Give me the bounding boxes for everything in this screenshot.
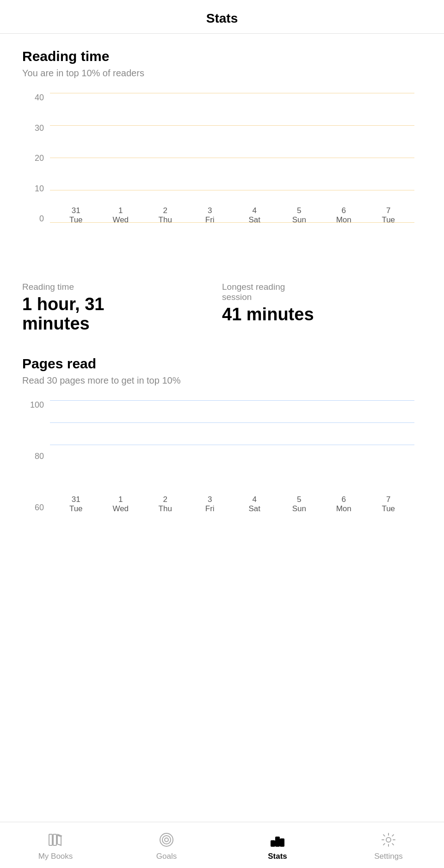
y-label-40: 40 xyxy=(22,93,48,102)
svg-point-11 xyxy=(386,837,391,842)
chart-y-axis: 0 10 20 30 40 xyxy=(22,93,48,223)
nav-item-my-books[interactable]: My Books xyxy=(0,830,111,861)
pages-x-31-tue: 31 Tue xyxy=(54,493,99,512)
x-label-7-tue: 7 Tue xyxy=(366,204,411,223)
my-books-label: My Books xyxy=(38,852,73,861)
nav-item-stats[interactable]: Stats xyxy=(222,830,333,861)
reading-time-subtitle: You are in top 10% of readers xyxy=(22,68,422,79)
pages-x-6-mon: 6 Mon xyxy=(321,493,366,512)
pages-read-subtitle: Read 30 pages more to get in top 10% xyxy=(22,375,422,386)
settings-label: Settings xyxy=(374,852,402,861)
pages-y-axis: 60 80 100 xyxy=(22,401,48,512)
page-title: Stats xyxy=(0,11,444,26)
reading-time-stat-value: 1 hour, 31 minutes xyxy=(22,295,222,334)
my-books-icon xyxy=(45,830,66,850)
y-label-0: 0 xyxy=(22,214,48,223)
longest-session-label: Longest reading session xyxy=(222,282,422,302)
page-header: Stats xyxy=(0,0,444,34)
nav-item-goals[interactable]: Goals xyxy=(111,830,222,861)
stats-label: Stats xyxy=(268,852,287,861)
longest-session-stat: Longest reading session 41 minutes xyxy=(222,282,422,334)
svg-rect-1 xyxy=(53,834,56,845)
pages-x-2-thu: 2 Thu xyxy=(143,493,188,512)
pages-read-title: Pages read xyxy=(22,356,422,372)
reading-time-stat-label: Reading time xyxy=(22,282,222,292)
x-label-1-wed: 1 Wed xyxy=(99,204,143,223)
bottom-navigation: My Books Goals Stats xyxy=(0,822,444,868)
chart-plot-area: 31 Tue 1 Wed 2 Thu 3 Fri 4 Sat xyxy=(50,93,414,223)
stats-summary: Reading time 1 hour, 31 minutes Longest … xyxy=(0,267,444,341)
svg-rect-0 xyxy=(49,834,52,845)
goals-icon xyxy=(156,830,177,850)
pages-chart-plot-area: 31 Tue 1 Wed 2 Thu 3 Fri 4 Sat xyxy=(50,401,414,512)
x-label-4-sat: 4 Sat xyxy=(232,204,277,223)
goals-label: Goals xyxy=(156,852,177,861)
svg-point-7 xyxy=(165,838,168,842)
svg-marker-4 xyxy=(57,835,61,845)
y-label-20: 20 xyxy=(22,154,48,162)
longest-session-value: 41 minutes xyxy=(222,305,422,324)
reading-time-stat: Reading time 1 hour, 31 minutes xyxy=(22,282,222,334)
svg-rect-9 xyxy=(276,837,279,846)
reading-time-section: Reading time You are in top 10% of reade… xyxy=(0,34,444,267)
reading-time-title: Reading time xyxy=(22,49,422,64)
svg-point-6 xyxy=(162,836,171,844)
x-label-6-mon: 6 Mon xyxy=(321,204,366,223)
svg-rect-10 xyxy=(280,839,284,846)
chart-x-axis: 31 Tue 1 Wed 2 Thu 3 Fri 4 Sat xyxy=(50,204,414,223)
pages-x-4-sat: 4 Sat xyxy=(232,493,277,512)
reading-time-chart: 0 10 20 30 40 xyxy=(22,93,422,241)
pages-x-1-wed: 1 Wed xyxy=(99,493,143,512)
stats-icon xyxy=(267,830,288,850)
pages-y-label-60: 60 xyxy=(22,503,48,512)
x-label-31-tue: 31 Tue xyxy=(54,204,99,223)
pages-x-7-tue: 7 Tue xyxy=(366,493,411,512)
nav-item-settings[interactable]: Settings xyxy=(333,830,444,861)
y-label-10: 10 xyxy=(22,184,48,193)
y-label-30: 30 xyxy=(22,124,48,132)
pages-read-chart: 60 80 100 xyxy=(22,401,422,530)
pages-x-axis: 31 Tue 1 Wed 2 Thu 3 Fri 4 Sat xyxy=(50,493,414,512)
pages-x-5-sun: 5 Sun xyxy=(277,493,322,512)
pages-y-label-80: 80 xyxy=(22,452,48,460)
pages-y-label-100: 100 xyxy=(22,401,48,409)
pages-x-3-fri: 3 Fri xyxy=(188,493,233,512)
chart-bars xyxy=(50,93,414,223)
settings-icon xyxy=(378,830,399,850)
svg-rect-8 xyxy=(271,841,275,846)
x-label-5-sun: 5 Sun xyxy=(277,204,322,223)
x-label-2-thu: 2 Thu xyxy=(143,204,188,223)
pages-read-section: Pages read Read 30 pages more to get in … xyxy=(0,341,444,556)
x-label-3-fri: 3 Fri xyxy=(188,204,233,223)
